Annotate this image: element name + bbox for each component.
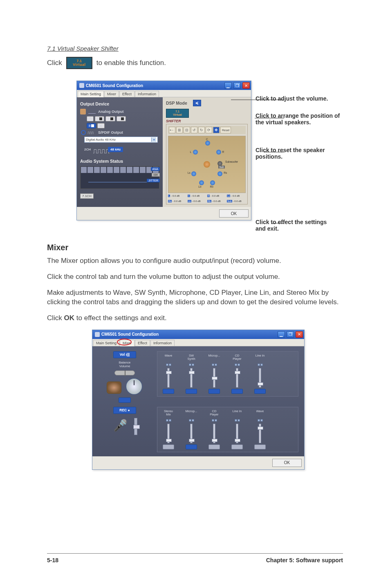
slider-rec-cdplayer-select[interactable] — [208, 444, 220, 449]
speaker-r[interactable] — [216, 150, 221, 155]
virtual-button-small[interactable]: 7.1 Virtual — [166, 109, 189, 118]
shifter-rotate-right-icon[interactable]: ↻ — [198, 127, 205, 133]
app-icon — [95, 332, 100, 337]
master-mute-button[interactable] — [119, 397, 131, 403]
shifter-move-icon[interactable]: ✥ — [213, 127, 220, 133]
speaker-l[interactable] — [193, 150, 198, 155]
speaker-c[interactable] — [205, 141, 210, 146]
slider-rec-cdplayer-track[interactable] — [213, 424, 215, 443]
slider-swsynth-track[interactable] — [190, 368, 193, 388]
audio-status-heading: Audio System Status — [80, 159, 159, 164]
db-l[interactable]: L- 0.0 dB — [168, 195, 186, 197]
headphone-button[interactable]: ⋂ — [87, 116, 94, 121]
slider-rec-linein-track[interactable] — [236, 424, 238, 443]
analog-output-row[interactable]: Analog Output — [80, 109, 159, 114]
slider-cdplayer-mute[interactable] — [231, 389, 243, 394]
analog-output-label: Analog Output — [98, 110, 124, 114]
slider-stereomix-track[interactable] — [167, 424, 170, 443]
spdif-output-row[interactable]: ⎍⎍⎍ S/PDIF Output — [81, 130, 159, 135]
slider-stereomix-select[interactable] — [163, 444, 174, 449]
db-sub[interactable]: Sub- 0.0 dB — [227, 200, 245, 202]
db-rb[interactable]: Rb- 0.0 dB — [207, 200, 226, 202]
shifter-reset-button[interactable]: Reset — [220, 127, 231, 133]
slider-microphone-balance[interactable] — [210, 363, 219, 367]
ch-4-button[interactable]: 4 — [105, 116, 115, 121]
slider-rec-wave-track[interactable] — [259, 424, 261, 443]
ok-button[interactable]: OK — [219, 209, 249, 218]
slider-wave-balance[interactable] — [164, 363, 173, 367]
tab-information[interactable]: Information — [150, 340, 175, 346]
slider-rec-linein-select[interactable] — [231, 444, 243, 449]
db-ls[interactable]: Ls- 0.0 dB — [227, 195, 245, 197]
slider-rec-cdplayer-balance[interactable] — [210, 418, 219, 422]
record-master-slider[interactable] — [134, 418, 137, 435]
shifter-rotate-left-icon[interactable]: ↺ — [191, 127, 197, 133]
slider-rec-linein: Line In — [229, 410, 246, 449]
tab-information[interactable]: Information — [135, 91, 159, 97]
slider-swsynth-mute[interactable] — [186, 389, 197, 394]
mixer-p2: Click the control tab and turn the volum… — [47, 272, 343, 282]
speaker-ls[interactable] — [191, 171, 196, 176]
speaker-subwoofer-label: Subwoofer — [225, 160, 238, 163]
tab-effect[interactable]: Effect — [119, 91, 134, 97]
slider-cdplayer-track[interactable] — [236, 368, 238, 388]
slider-swsynth-balance[interactable] — [187, 363, 196, 367]
ch-2-button[interactable]: 2 — [95, 116, 104, 121]
speaker-rb[interactable] — [210, 180, 215, 185]
slider-microphone-track[interactable] — [213, 368, 215, 388]
speaker-rs[interactable] — [217, 171, 222, 176]
minimize-button[interactable]: ▁ — [224, 82, 232, 89]
speaker-rs-label: Rs — [224, 171, 227, 174]
balance-knob[interactable] — [114, 370, 135, 375]
app-icon — [79, 83, 84, 88]
slider-wave-mute[interactable] — [163, 389, 174, 394]
vss-button[interactable]: ≼ — [97, 123, 105, 128]
ch-8-button[interactable]: 8 — [87, 123, 96, 128]
tab-effect[interactable]: Effect — [135, 340, 150, 346]
speaker-room[interactable]: C L R Sub Subwoofer Ls Rs — [168, 136, 246, 193]
shifter-zoom-out-icon[interactable]: ▪← — [169, 127, 175, 133]
db-lb[interactable]: Lb- 0.0 dB — [188, 200, 206, 202]
slider-stereomix-balance[interactable] — [164, 418, 173, 422]
slider-rec-wave-balance[interactable] — [256, 418, 264, 422]
slider-rec-microphone-track[interactable] — [190, 424, 193, 443]
slider-linein-balance[interactable] — [256, 363, 264, 367]
db-rs[interactable]: Rs- 0.0 dB — [168, 200, 186, 202]
tab-main-setting[interactable]: Main Setting — [78, 91, 104, 97]
tab-mixer[interactable]: Mixer — [104, 91, 119, 97]
listener-icon[interactable] — [204, 161, 210, 168]
shifter-center-icon[interactable]: ⊟ — [184, 127, 190, 133]
speaker-lb[interactable] — [199, 180, 204, 185]
maximize-button[interactable]: ❐ — [287, 331, 294, 338]
volume-button[interactable]: ≼ — [193, 100, 201, 106]
maximize-button[interactable]: ❐ — [233, 82, 241, 89]
chevron-down-icon[interactable]: ▾ — [151, 137, 156, 142]
shifter-rotate-all-icon[interactable]: ⟳ — [206, 127, 212, 133]
close-button[interactable]: ✕ — [242, 82, 250, 89]
minimize-button[interactable]: ▁ — [278, 331, 285, 338]
master-volume-dial[interactable] — [126, 378, 143, 395]
db-c[interactable]: C- 0.0 dB — [188, 195, 206, 197]
slider-microphone-mute[interactable] — [208, 389, 220, 394]
slider-rec-wave-select[interactable] — [254, 444, 266, 449]
slider-rec-microphone-balance[interactable] — [187, 418, 196, 422]
tab-main-setting[interactable]: Main Setting — [93, 340, 119, 346]
pulse-icon: ⎍⎍⎍ — [87, 131, 96, 134]
slider-linein-track[interactable] — [259, 368, 261, 388]
slider-linein-mute[interactable] — [254, 389, 266, 394]
digital-audio-select[interactable]: Digital Audio 48 KHz ▾ — [84, 137, 158, 143]
window-titlebar[interactable]: CM6501 Sound Configuration ▁ ❐ ✕ — [77, 81, 251, 90]
shifter-zoom-in-icon[interactable]: ⊞ — [176, 127, 183, 133]
close-button[interactable]: ✕ — [296, 331, 303, 338]
db-r[interactable]: R- 0.0 dB — [207, 195, 226, 197]
slider-cdplayer-balance[interactable] — [233, 363, 242, 367]
left-panel: Output Device Analog Output ⋂ 2 4 6 8 — [77, 97, 163, 207]
virtual-button-large[interactable]: 7.1 Virtual — [66, 57, 92, 69]
speaker-rb-label: Rb — [210, 185, 213, 188]
slider-rec-linein-balance[interactable] — [233, 418, 242, 422]
slider-wave-track[interactable] — [167, 368, 170, 388]
ok-button-2[interactable]: OK — [272, 459, 302, 467]
ch-6-button[interactable]: 6 — [117, 116, 126, 121]
window2-titlebar[interactable]: CM6501 Sound Configuration ▁ ❐ ✕ — [92, 330, 304, 339]
slider-rec-microphone-select[interactable] — [186, 444, 197, 449]
